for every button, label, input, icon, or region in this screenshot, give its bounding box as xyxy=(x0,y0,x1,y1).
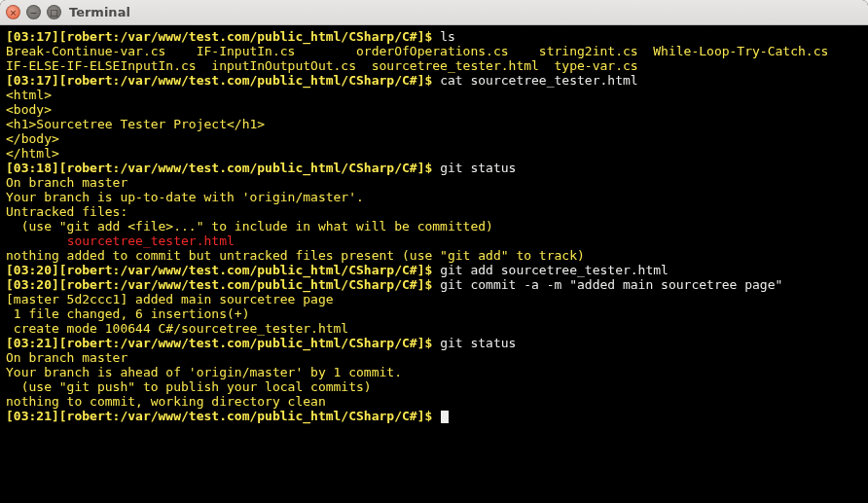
terminal-output[interactable]: [03:17][robert:/var/www/test.com/public_… xyxy=(0,25,868,503)
terminal-line: </html> xyxy=(6,146,862,161)
terminal-line: <html> xyxy=(6,88,862,102)
terminal-text: <h1>Sourcetree Tester Project</h1> xyxy=(6,117,265,131)
terminal-text: [03:18][robert:/var/www/test.com/public_… xyxy=(6,161,440,175)
terminal-text: sourcetree_tester.html xyxy=(6,234,235,248)
terminal-text: <html> xyxy=(6,88,52,102)
terminal-line: IF-ELSE-IF-ELSEInputIn.cs inputInOutputO… xyxy=(6,58,862,73)
terminal-text: [03:20][robert:/var/www/test.com/public_… xyxy=(6,277,440,292)
terminal-text: git status xyxy=(440,336,516,350)
terminal-line: nothing to commit, working directory cle… xyxy=(6,394,862,409)
terminal-line: [03:21][robert:/var/www/test.com/public_… xyxy=(6,336,862,350)
terminal-line: nothing added to commit but untracked fi… xyxy=(6,248,862,263)
terminal-line: <body> xyxy=(6,102,862,117)
terminal-text: create mode 100644 C#/sourcetree_tester.… xyxy=(6,321,348,336)
window-controls: × − □ xyxy=(6,5,61,19)
titlebar: × − □ Terminal xyxy=(0,0,868,25)
window-title: Terminal xyxy=(69,5,130,19)
terminal-text: On branch master xyxy=(6,350,127,365)
terminal-text: Break-Continue-var.cs IF-InputIn.cs orde… xyxy=(6,44,828,58)
minimize-icon[interactable]: − xyxy=(26,5,41,19)
terminal-line: 1 file changed, 6 insertions(+) xyxy=(6,306,862,321)
terminal-text: [03:21][robert:/var/www/test.com/public_… xyxy=(6,336,440,350)
terminal-text: nothing added to commit but untracked fi… xyxy=(6,248,585,263)
terminal-text: git add sourcetree_tester.html xyxy=(440,263,669,277)
terminal-line: Untracked files: xyxy=(6,204,862,219)
terminal-text: ls xyxy=(440,29,455,44)
terminal-window: × − □ Terminal [03:17][robert:/var/www/t… xyxy=(0,0,868,503)
terminal-line: </body> xyxy=(6,131,862,146)
terminal-text: </html> xyxy=(6,146,59,161)
terminal-text: [03:17][robert:/var/www/test.com/public_… xyxy=(6,29,440,44)
terminal-line: (use "git add <file>..." to include in w… xyxy=(6,219,862,234)
terminal-text: IF-ELSE-IF-ELSEInputIn.cs inputInOutputO… xyxy=(6,58,638,73)
terminal-line: (use "git push" to publish your local co… xyxy=(6,379,862,394)
terminal-text: (use "git push" to publish your local co… xyxy=(6,379,372,394)
close-icon[interactable]: × xyxy=(6,5,20,19)
terminal-line: create mode 100644 C#/sourcetree_tester.… xyxy=(6,321,862,336)
terminal-line: Your branch is ahead of 'origin/master' … xyxy=(6,365,862,379)
terminal-line: On branch master xyxy=(6,175,862,190)
terminal-line: On branch master xyxy=(6,350,862,365)
terminal-text: Your branch is ahead of 'origin/master' … xyxy=(6,365,402,379)
terminal-line: [03:17][robert:/var/www/test.com/public_… xyxy=(6,73,862,88)
terminal-text: On branch master xyxy=(6,175,127,190)
terminal-line: Your branch is up-to-date with 'origin/m… xyxy=(6,190,862,204)
terminal-line: [master 5d2ccc1] added main sourcetree p… xyxy=(6,292,862,306)
terminal-text: [03:21][robert:/var/www/test.com/public_… xyxy=(6,409,440,423)
terminal-line: <h1>Sourcetree Tester Project</h1> xyxy=(6,117,862,131)
terminal-text: nothing to commit, working directory cle… xyxy=(6,394,326,409)
terminal-text: (use "git add <file>..." to include in w… xyxy=(6,219,493,234)
terminal-line: [03:20][robert:/var/www/test.com/public_… xyxy=(6,277,862,292)
terminal-text: 1 file changed, 6 insertions(+) xyxy=(6,306,249,321)
terminal-text: git commit -a -m "added main sourcetree … xyxy=(440,277,782,292)
terminal-text: [03:20][robert:/var/www/test.com/public_… xyxy=(6,263,440,277)
terminal-text: <body> xyxy=(6,102,52,117)
terminal-line: Break-Continue-var.cs IF-InputIn.cs orde… xyxy=(6,44,862,58)
terminal-text: Untracked files: xyxy=(6,204,127,219)
terminal-line: sourcetree_tester.html xyxy=(6,234,862,248)
terminal-text: [03:17][robert:/var/www/test.com/public_… xyxy=(6,73,440,88)
terminal-line: [03:18][robert:/var/www/test.com/public_… xyxy=(6,161,862,175)
terminal-line: [03:21][robert:/var/www/test.com/public_… xyxy=(6,409,862,423)
terminal-line: [03:17][robert:/var/www/test.com/public_… xyxy=(6,29,862,44)
terminal-line: [03:20][robert:/var/www/test.com/public_… xyxy=(6,263,862,277)
terminal-text: Your branch is up-to-date with 'origin/m… xyxy=(6,190,364,204)
terminal-text: git status xyxy=(440,161,516,175)
maximize-icon[interactable]: □ xyxy=(47,5,61,19)
terminal-text: cat sourcetree_tester.html xyxy=(440,73,638,88)
terminal-text: [master 5d2ccc1] added main sourcetree p… xyxy=(6,292,334,306)
terminal-text: </body> xyxy=(6,131,59,146)
cursor xyxy=(441,411,449,423)
